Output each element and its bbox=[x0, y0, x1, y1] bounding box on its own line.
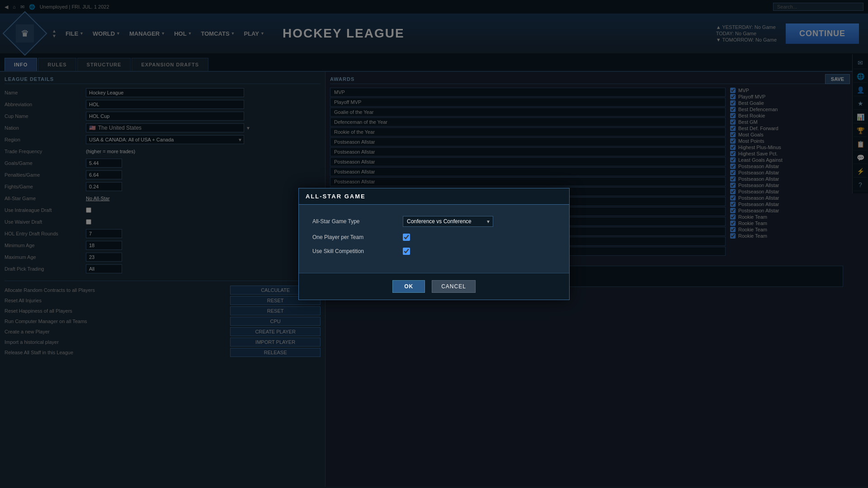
modal-row-game-type: All-Star Game Type Conference vs Confere… bbox=[312, 216, 556, 227]
modal-label-game-type: All-Star Game Type bbox=[312, 218, 403, 225]
modal-check-skill-comp[interactable] bbox=[403, 248, 410, 255]
modal-game-type-wrapper: Conference vs Conference ▼ bbox=[403, 216, 493, 227]
modal-ok-button[interactable]: OK bbox=[392, 280, 425, 293]
modal-cancel-button[interactable]: CANCEL bbox=[432, 280, 476, 293]
modal-label-one-player: One Player per Team bbox=[312, 234, 403, 240]
modal-game-type-select[interactable]: Conference vs Conference bbox=[403, 216, 493, 227]
modal-title: ALL-STAR GAME bbox=[299, 188, 569, 205]
modal-footer: OK CANCEL bbox=[299, 273, 569, 300]
modal-row-skill-comp: Use Skill Competition bbox=[312, 248, 556, 255]
modal-label-skill-comp: Use Skill Competition bbox=[312, 248, 403, 254]
allstar-modal: ALL-STAR GAME All-Star Game Type Confere… bbox=[298, 188, 570, 300]
modal-body: All-Star Game Type Conference vs Confere… bbox=[299, 205, 569, 273]
modal-check-one-player[interactable] bbox=[403, 234, 410, 241]
modal-row-one-player: One Player per Team bbox=[312, 234, 556, 241]
modal-overlay[interactable]: ALL-STAR GAME All-Star Game Type Confere… bbox=[0, 0, 868, 488]
